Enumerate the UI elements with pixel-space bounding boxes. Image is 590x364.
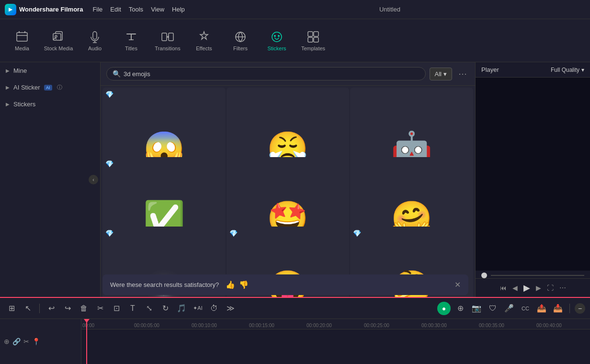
track-controls: ⊕ 🔗 ✂ 📍 bbox=[0, 319, 81, 364]
track-add-icon[interactable]: ⊕ bbox=[4, 338, 10, 345]
chevron-stickers-icon: ▶ bbox=[6, 102, 10, 107]
rotate-button[interactable]: ↻ bbox=[159, 302, 172, 315]
player-header: Player Full Quality ▾ bbox=[476, 62, 590, 78]
svg-rect-2 bbox=[24, 31, 25, 33]
logo-icon: ▶ bbox=[5, 4, 16, 15]
toolbar-stock-media[interactable]: Stock Media bbox=[41, 23, 76, 59]
feedback-question: Were these search results satisfactory? bbox=[110, 281, 219, 288]
menu-items: File Edit Tools View Help bbox=[92, 6, 184, 13]
audio-detach-button[interactable]: 🎵 bbox=[175, 302, 188, 315]
info-icon[interactable]: ⓘ bbox=[57, 84, 62, 91]
search-input[interactable] bbox=[124, 70, 420, 78]
toolbar-audio[interactable]: Audio bbox=[78, 23, 112, 59]
svg-rect-16 bbox=[314, 32, 318, 36]
camera-button[interactable]: 📷 bbox=[470, 302, 483, 315]
thumbdown-button[interactable]: 👎 bbox=[239, 280, 249, 289]
import-button[interactable]: 📥 bbox=[551, 302, 565, 315]
menu-view[interactable]: View bbox=[151, 6, 164, 13]
main-area: ▶ Mine ▶ AI Sticker AI ⓘ ▶ Stickers ‹ 🔍 … bbox=[0, 62, 590, 297]
sidebar-item-stickers[interactable]: ▶ Stickers bbox=[0, 96, 100, 113]
toolbar-separator-2 bbox=[569, 304, 570, 313]
track-marker-icon[interactable]: 📍 bbox=[32, 338, 40, 345]
split-view-button[interactable]: ⊞ bbox=[5, 302, 18, 315]
toolbar-effects[interactable]: Effects bbox=[187, 23, 221, 59]
more-player-button[interactable]: ⋯ bbox=[559, 284, 566, 292]
select-tool-button[interactable]: ↖ bbox=[21, 302, 34, 315]
track-link-icon[interactable]: 🔗 bbox=[12, 338, 21, 345]
timeline-ruler: 00:00 00:00:05:00 00:00:10:00 00:00:15:0… bbox=[81, 319, 590, 330]
cc-button[interactable]: CC bbox=[519, 302, 532, 315]
menu-tools[interactable]: Tools bbox=[129, 6, 143, 13]
content-panel: 🔍 All ▾ ⋯ 😱 💎 ⬇ 😤 ⬇ 🤖 ⬇ bbox=[101, 62, 475, 297]
svg-point-14 bbox=[278, 35, 280, 36]
ruler-mark-4: 00:00:20:00 bbox=[306, 323, 332, 328]
player-controls: ⏮ ◀ ▶ ▶ ⛶ ⋯ bbox=[476, 278, 590, 297]
sidebar-item-ai-sticker[interactable]: ▶ AI Sticker AI ⓘ bbox=[0, 79, 100, 96]
player-preview bbox=[476, 78, 590, 271]
toolbar-stickers-label: Stickers bbox=[267, 46, 286, 51]
frame-forward-button[interactable]: ▶ bbox=[536, 284, 541, 292]
ruler-mark-7: 00:00:35:00 bbox=[479, 323, 504, 328]
app-name: Wondershare Filmora bbox=[19, 6, 83, 13]
zoom-out-button[interactable]: − bbox=[575, 303, 585, 314]
main-toolbar: Media Stock Media Audio Titles bbox=[0, 19, 590, 62]
speed-button[interactable]: ⏱ bbox=[207, 302, 221, 315]
search-input-wrapper: 🔍 bbox=[106, 67, 426, 80]
toolbar-transitions[interactable]: Transitions bbox=[150, 23, 185, 59]
step-back-button[interactable]: ⏮ bbox=[500, 284, 507, 292]
menu-file[interactable]: File bbox=[92, 6, 102, 13]
toolbar-media[interactable]: Media bbox=[5, 23, 39, 59]
more-options-button[interactable]: ⋯ bbox=[456, 67, 469, 80]
toolbar-titles[interactable]: Titles bbox=[114, 23, 148, 59]
timeline-track-area: ⊕ 🔗 ✂ 📍 00:00 00:00:05:00 00:00:10:00 00… bbox=[0, 319, 590, 364]
svg-point-12 bbox=[272, 32, 282, 42]
svg-rect-0 bbox=[17, 33, 27, 41]
play-button[interactable]: ▶ bbox=[523, 283, 530, 293]
toolbar-stock-media-label: Stock Media bbox=[44, 46, 73, 51]
svg-point-5 bbox=[55, 35, 57, 37]
track-cut-icon[interactable]: ✂ bbox=[23, 338, 29, 345]
delete-button[interactable]: 🗑 bbox=[77, 302, 91, 315]
feedback-close-button[interactable]: ✕ bbox=[454, 280, 461, 289]
toolbar-effects-label: Effects bbox=[196, 46, 212, 51]
crop-button[interactable]: ⊡ bbox=[110, 302, 123, 315]
playhead[interactable] bbox=[86, 319, 87, 364]
progress-line bbox=[491, 275, 584, 276]
more-tools-button[interactable]: ≫ bbox=[224, 302, 237, 315]
menu-edit[interactable]: Edit bbox=[110, 6, 121, 13]
toolbar-filters[interactable]: Filters bbox=[223, 23, 258, 59]
cut-button[interactable]: ✂ bbox=[93, 302, 107, 315]
filter-dropdown[interactable]: All ▾ bbox=[430, 68, 452, 80]
shield-button[interactable]: 🛡 bbox=[486, 302, 499, 315]
feedback-buttons: 👍 👎 bbox=[226, 280, 249, 289]
toolbar-transitions-label: Transitions bbox=[155, 46, 180, 51]
player-panel: Player Full Quality ▾ ⏮ ◀ ▶ ▶ ⛶ ⋯ bbox=[475, 62, 590, 297]
toolbar-titles-label: Titles bbox=[125, 46, 137, 51]
svg-rect-10 bbox=[169, 33, 173, 41]
timeline-right-controls: ● ⊕ 📷 🛡 🎤 CC 📤 📥 − bbox=[437, 302, 585, 315]
menu-help[interactable]: Help bbox=[172, 6, 185, 13]
thumbup-button[interactable]: 👍 bbox=[226, 280, 235, 289]
fullscreen-button[interactable]: ⛶ bbox=[547, 284, 554, 292]
toolbar-templates[interactable]: Templates bbox=[296, 23, 330, 59]
player-progress bbox=[476, 271, 590, 278]
frame-back-button[interactable]: ◀ bbox=[512, 284, 518, 292]
stickers-grid: 😱 💎 ⬇ 😤 ⬇ 🤖 ⬇ ✅ 💎 ⬇ 🤩 ⬇ bbox=[101, 86, 475, 297]
toolbar-media-label: Media bbox=[15, 46, 29, 51]
sticker-badge-4: 💎 bbox=[105, 160, 113, 168]
screen-record-button[interactable]: ⊕ bbox=[454, 302, 467, 315]
sidebar-item-mine[interactable]: ▶ Mine bbox=[0, 62, 100, 79]
quality-dropdown[interactable]: Full Quality ▾ bbox=[551, 67, 584, 73]
toolbar-stickers[interactable]: Stickers bbox=[260, 23, 294, 59]
chevron-mine-icon: ▶ bbox=[6, 68, 10, 73]
ai-cut-button[interactable]: ✦AI bbox=[191, 302, 204, 315]
mic-button[interactable]: 🎤 bbox=[502, 302, 516, 315]
undo-button[interactable]: ↩ bbox=[45, 302, 58, 315]
export-button[interactable]: 📤 bbox=[535, 302, 548, 315]
text-button[interactable]: T bbox=[126, 302, 139, 315]
resize-button[interactable]: ⤡ bbox=[142, 302, 156, 315]
toolbar-templates-label: Templates bbox=[301, 46, 325, 51]
redo-button[interactable]: ↪ bbox=[61, 302, 74, 315]
record-button[interactable]: ● bbox=[437, 302, 451, 315]
sidebar-toggle-button[interactable]: ‹ bbox=[89, 175, 98, 184]
